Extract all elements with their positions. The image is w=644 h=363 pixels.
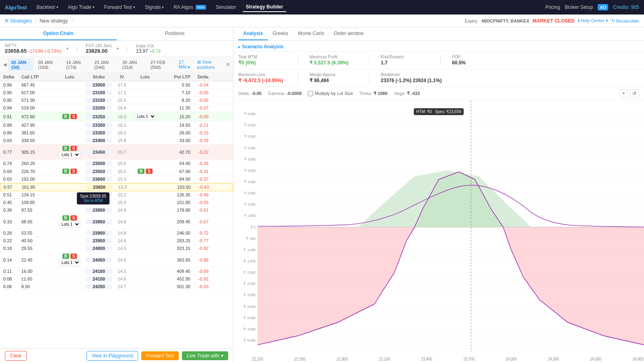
strike: 24000 [86, 246, 112, 251]
sell-call-button[interactable]: S [70, 114, 77, 119]
strategies-link[interactable]: Strategies [10, 18, 32, 24]
zoom-reset-button[interactable]: ↺ [630, 89, 639, 97]
total-mtm-label: Total MTM [238, 55, 287, 59]
svg-text:₹ -2,500: ₹ -2,500 [244, 282, 256, 286]
table-row: 0.08 11.65 24150 14.6 452.95 -0.92 [0, 275, 233, 283]
go-to-atm-link[interactable]: Go to ATM [80, 198, 106, 203]
strike: 23300 [86, 123, 112, 128]
table-row: 0.22 40.50 23950 14.6 283.25 -0.77 [0, 237, 233, 245]
theta-value: ₹ 1086 [374, 91, 388, 96]
gamma-value: -0.0008 [287, 91, 301, 96]
multiply-checkbox[interactable] [308, 91, 313, 96]
nav-backtest[interactable]: Backtest ▾ [33, 3, 62, 12]
nav-algo-trade[interactable]: Algo Trade ▾ [65, 3, 98, 12]
payoff-chart[interactable]: 22,200 22,500 22,800 23,100 23,400 23,70… [233, 100, 644, 363]
sell-23550-put[interactable]: S [146, 169, 153, 174]
lots-select-put[interactable]: Lots 1 [134, 113, 156, 120]
recalculate-button[interactable]: ↻ Recalculate [611, 18, 639, 23]
tab-greeks[interactable]: Greeks [268, 27, 293, 40]
buy-23850-call[interactable]: B [62, 215, 69, 221]
nav-signals[interactable]: Signals ▾ [142, 3, 167, 12]
sell-24050-call[interactable]: S [70, 254, 77, 259]
sell-23850-call[interactable]: S [70, 215, 77, 221]
delta-put: -0.82 [190, 246, 208, 251]
nav-forward-test[interactable]: Forward Test ▾ [101, 3, 138, 12]
buy-call-button-2[interactable]: B [62, 146, 69, 151]
nav-ra-algos[interactable]: RA Algos New [170, 3, 209, 12]
delta-put: -0.31 [190, 169, 208, 174]
broker-setup-link[interactable]: Broker Setup [565, 4, 593, 10]
clear-button[interactable]: Clear [5, 351, 27, 361]
nifty-dropdown-icon[interactable]: ▾ [66, 46, 68, 51]
pricing-link[interactable]: Pricing [545, 4, 560, 10]
date-30jan[interactable]: 30 JAN (31d) [119, 59, 146, 71]
table-row: 0.11 16.00 24100 14.5 409.45 -0.89 [0, 268, 233, 275]
put-ltp: 126.35 [158, 192, 190, 197]
date-16jan[interactable]: 16 JAN (17d) [63, 59, 89, 71]
call-ltp: 161.85 [22, 185, 54, 190]
view-playground-button[interactable]: View in Playground [87, 351, 138, 361]
call-ltp: 29.55 [21, 246, 54, 251]
live-trade-button[interactable]: Live Trade with ▾ [182, 351, 228, 360]
nav-separator: / [35, 18, 36, 24]
delta-put: -0.04 [190, 82, 208, 87]
call-ltp: 40.50 [21, 238, 54, 243]
vega-value: ₹ -433 [407, 91, 420, 96]
svg-text:₹ -1,000: ₹ -1,000 [244, 248, 256, 252]
risk-reward-label: Risk/Reward [381, 55, 429, 59]
strike: 23150 [86, 98, 112, 103]
nav-simulator[interactable]: Simulator [213, 3, 239, 12]
view-positions-link[interactable]: ⊞ View positions [197, 60, 223, 70]
call-ltp: 68.65 [21, 219, 54, 224]
lots-select-23850[interactable]: Lots 1 [59, 221, 80, 228]
tab-positions[interactable]: Positions [117, 27, 233, 40]
sell-call-button-2[interactable]: S [70, 146, 77, 151]
date-27mai[interactable]: 27 MAI ▸ [175, 58, 196, 71]
metrics-row-1: Total MTM ₹0 (0%) Maximum Profit ₹ 5,527… [233, 52, 644, 69]
delta-call: 0.91 [3, 114, 21, 119]
tab-option-chain[interactable]: Option Chain [0, 27, 117, 40]
delta-call: 0.18 [3, 246, 21, 251]
market-data-row: NIFTY: 23658.65 -173.80 (-0.73%) ▾ | FUT… [0, 41, 233, 57]
date-prev-icon[interactable]: ◀ [3, 62, 6, 67]
tab-monte-carlo[interactable]: Monte Carlo [293, 27, 329, 40]
date-27feb[interactable]: 27 FEB (59d) [147, 59, 174, 71]
svg-text:₹ -1,500: ₹ -1,500 [244, 259, 256, 264]
date-02jan[interactable]: 02 JAN (3d) [8, 59, 33, 71]
fut-dropdown-icon[interactable]: ▾ [117, 46, 119, 51]
delta-call: 0.28 [3, 231, 21, 235]
lots-select-call[interactable]: Lots 1 [59, 151, 80, 158]
date-23jan[interactable]: 23 JAN (24d) [91, 59, 118, 71]
date-09jan[interactable]: 09 JAN (10d) [35, 59, 62, 71]
forward-test-button[interactable]: Forward Test [141, 351, 179, 360]
table-row: 0.63 192.00 23600 15.3 84.00 -0.37 [0, 175, 233, 183]
buy-24050-call[interactable]: B [62, 254, 69, 259]
delta-put: -0.05 [190, 98, 208, 103]
buy-23550-call[interactable]: B [62, 169, 69, 174]
strategies-icon: ⊞ [5, 18, 8, 23]
zoom-in-button[interactable]: + [619, 89, 628, 97]
tab-analysis[interactable]: Analysis [238, 27, 268, 40]
table-settings-icon[interactable]: ⚙ [226, 62, 230, 67]
nifty-value: 23658.65 [5, 48, 27, 54]
expiry-value: MIDCPNIFTY, BANKEX [481, 19, 529, 23]
buy-23550-put[interactable]: B [138, 169, 144, 174]
lots-select-24050[interactable]: Lots 1 [59, 259, 80, 266]
put-ltp: 67.90 [158, 169, 190, 174]
more-options-icon[interactable]: ⋮ [71, 18, 75, 23]
put-ltp: 209.45 [158, 219, 190, 224]
sell-23550-call[interactable]: S [70, 169, 77, 174]
help-center-link[interactable]: ℹ Help Center ▾ [578, 18, 608, 23]
svg-text:22,200: 22,200 [252, 357, 263, 362]
delta-put: -0.37 [190, 177, 208, 182]
call-ltp: 381.65 [21, 130, 54, 135]
delta-greek: Delta: -0.06 [238, 91, 262, 96]
table-row: 0.96 617.00 23100 17.1 7.10 -0.05 [0, 89, 233, 97]
nav-strategy-builder[interactable]: Strategy Builder [243, 2, 287, 12]
tab-order-window[interactable]: Order window [329, 27, 368, 40]
buy-call-button[interactable]: B [62, 114, 69, 119]
delta-call: 0.14 [3, 258, 21, 262]
strike: 23200 [86, 105, 112, 110]
ad-badge: AD [598, 4, 608, 10]
call-ltp: 8.50 [21, 284, 54, 289]
